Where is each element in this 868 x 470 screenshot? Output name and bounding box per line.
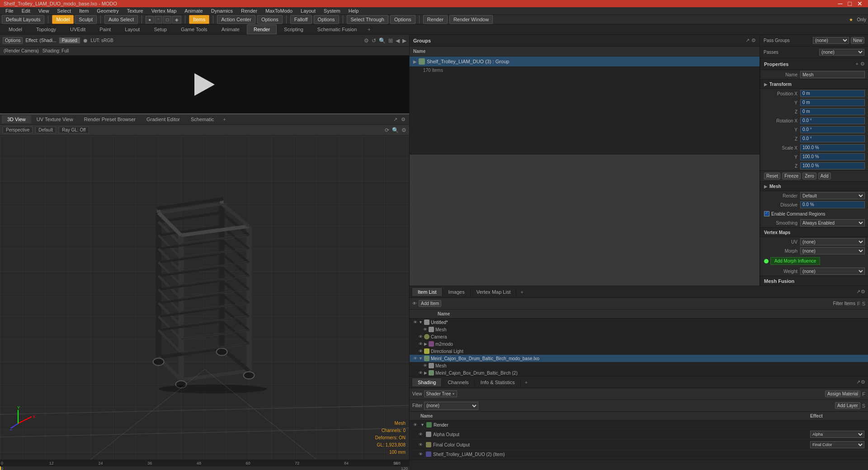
add-btn[interactable]: Add [818,173,831,179]
viewport[interactable]: Perspective Default Ray GL: Off ⟳ 🔍 ⚙ [0,125,409,460]
viewport-expand-icon[interactable]: ↗ [392,117,399,122]
groups-expand-icon[interactable]: ↗ [745,38,750,43]
perspective-label[interactable]: Perspective [3,127,33,133]
vp-settings-icon[interactable]: ⚙ [401,127,406,133]
view-tab-add-btn[interactable]: + [219,115,229,123]
viewport-canvas[interactable]: X Y Z Mesh Channels: 0 [0,136,409,460]
tab-game-tools[interactable]: Game Tools [174,24,214,34]
scale-z-value[interactable]: 100.0 % [800,162,865,169]
pass-groups-select[interactable]: (none) [813,37,849,44]
shading-f-icon[interactable]: F [862,391,865,397]
assign-material-btn[interactable]: Assign Material [825,390,860,397]
item-m2modo[interactable]: 👁 ▶ m2modo [410,340,868,348]
shading-expand-icon[interactable]: ↗ [856,379,860,385]
add-item-btn[interactable]: Add Item [419,300,441,307]
item-mesh-2[interactable]: 👁 Mesh [410,362,868,369]
vp-zoom-icon[interactable]: 🔍 [392,127,399,133]
options3-btn[interactable]: Options [390,15,415,24]
menu-geometry[interactable]: Geometry [93,7,122,14]
filter-settings-icon[interactable]: F [857,301,860,306]
render-btn[interactable]: Render [423,15,448,24]
render-canvas[interactable] [0,56,409,113]
scale-y-value[interactable]: 100.0 % [800,153,865,160]
scale-x-value[interactable]: 100.0 % [800,144,865,151]
item-untitled[interactable]: 👁 ▼ Untitled* [410,319,868,326]
pass-groups-new-btn[interactable]: New [851,37,864,44]
model-mode-btn[interactable]: Model [52,15,74,24]
render-options-btn[interactable]: Options [3,37,23,44]
shade-final-effect[interactable]: Final Color [810,441,864,448]
render-record-icon[interactable]: ⏺ [83,38,88,44]
style-label[interactable]: Default [35,127,56,133]
minimize-btn[interactable]: ─ [836,0,844,7]
menu-select[interactable]: Select [53,7,75,14]
tab-model[interactable]: Model [2,24,29,34]
item-camera[interactable]: 👁 Camera [410,333,868,340]
enable-cmd-checkbox[interactable] [764,211,769,216]
render-zoom-icon[interactable]: 🔍 [379,38,386,44]
vert-sel-btn[interactable]: ● [146,16,154,24]
render-window-btn[interactable]: Render Window [449,15,493,24]
tab-uv-texture-view[interactable]: UV Texture View [31,115,79,123]
item-meinl-group[interactable]: 👁 ▼ Meinl_Cajon_Box_Drum_Baltic_Birch_mo… [410,355,868,362]
viewport-settings-icon[interactable]: ⚙ [399,117,407,122]
menu-help[interactable]: Help [345,7,363,14]
tab-info-statistics[interactable]: Info & Statistics [475,378,521,386]
tab-schematic[interactable]: Schematic [185,115,219,123]
menu-view[interactable]: View [35,7,53,14]
poly-sel-btn[interactable]: □ [163,16,171,24]
render-fwd-icon[interactable]: ▶ [402,38,406,44]
options1-btn[interactable]: Options [257,15,283,24]
shader-tree-dropdown[interactable]: Shader Tree [424,390,458,397]
item-list-expand-icon[interactable]: ↗ [856,289,860,295]
pos-x-value[interactable]: 0 m [800,90,865,97]
menu-maxtomodo[interactable]: MaxToModo [262,7,296,14]
tab-topology[interactable]: Topology [29,24,63,34]
item-sel-btn[interactable]: ◈ [172,16,181,24]
uv-select[interactable]: (none) [800,238,865,245]
close-btn[interactable]: ✕ [855,0,864,7]
pos-z-value[interactable]: 0 m [800,108,865,115]
morph-select[interactable]: (none) [800,247,865,254]
tab-schematic-fusion[interactable]: Schematic Fusion [311,24,363,34]
tab-add-btn[interactable]: + [364,25,374,34]
add-layer-btn[interactable]: Add Layer [835,402,860,409]
pos-y-value[interactable]: 0 m [800,99,865,106]
weight-select[interactable]: (none) [800,268,865,275]
smoothing-select[interactable]: Always Enabled [800,219,865,226]
maximize-btn[interactable]: □ [846,0,854,7]
tab-layout[interactable]: Layout [118,24,146,34]
passes-select[interactable]: (none) [819,49,864,56]
tab-3d-view[interactable]: 3D View [2,115,31,123]
tab-uvedit[interactable]: UVEdit [63,24,92,34]
tab-images[interactable]: Images [443,288,471,296]
filter-s-icon[interactable]: S [862,301,865,306]
rot-x-value[interactable]: 0.0 ° [800,117,865,124]
render-expand-icon[interactable]: ⊞ [388,38,393,44]
rot-z-value[interactable]: 0.0 ° [800,135,865,142]
falloff-btn[interactable]: Falloff [290,15,312,24]
tab-channels[interactable]: Channels [442,378,474,386]
tab-render[interactable]: Render [247,24,277,34]
reset-btn[interactable]: Reset [764,173,780,179]
freeze-btn[interactable]: Freeze [782,173,801,179]
shading-s-icon[interactable]: S [862,403,865,409]
select-through-btn[interactable]: Select Through [347,15,388,24]
tab-setup[interactable]: Setup [147,24,174,34]
dissolve-value[interactable]: 0.0 % [800,201,865,208]
item-mesh-1[interactable]: 👁 Mesh [410,326,868,333]
filter-dropdown[interactable]: (none) [424,402,478,410]
item-dir-light[interactable]: 👁 Directional Light [410,348,868,355]
tab-item-list[interactable]: Item List [412,288,443,296]
shading-settings-icon[interactable]: ⚙ [861,379,865,385]
auto-select-btn[interactable]: Auto Select [104,15,138,24]
tab-scripting[interactable]: Scripting [277,24,310,34]
render-status[interactable]: Paused [59,38,80,43]
props-expand-icon[interactable]: + [856,61,859,67]
shading-tab-add[interactable]: + [521,378,531,386]
render-back-icon[interactable]: ◀ [396,38,400,44]
item-list-tab-add[interactable]: + [517,288,527,296]
tab-shading[interactable]: Shading [412,378,442,386]
item-eye-icon[interactable]: 👁 [412,301,417,306]
layout-preset-btn[interactable]: Default Layouts [2,15,44,24]
